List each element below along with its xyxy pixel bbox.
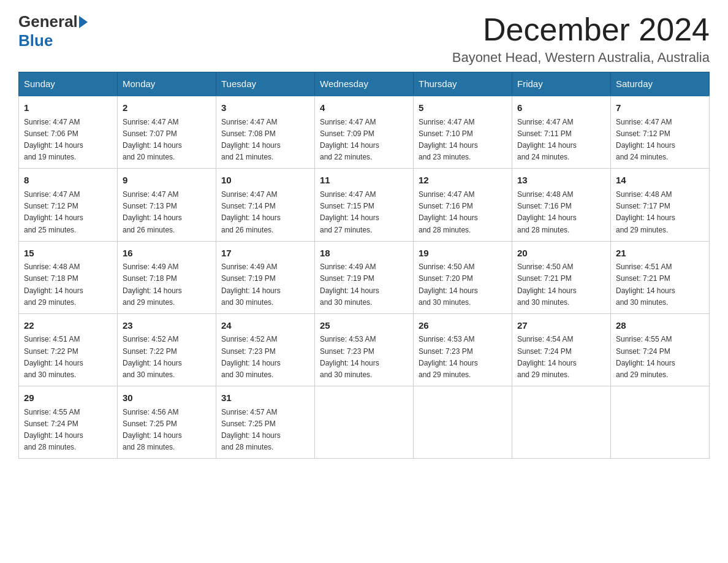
calendar-cell: 13Sunrise: 4:48 AMSunset: 7:16 PMDayligh… <box>512 169 611 241</box>
day-number: 11 <box>320 174 408 188</box>
day-number: 27 <box>517 319 605 333</box>
month-title: December 2024 <box>452 12 710 47</box>
day-number: 7 <box>616 101 704 115</box>
column-header-saturday: Saturday <box>611 72 710 96</box>
calendar-cell <box>611 386 710 459</box>
day-info: Sunrise: 4:52 AMSunset: 7:22 PMDaylight:… <box>123 334 211 381</box>
calendar-cell: 24Sunrise: 4:52 AMSunset: 7:23 PMDayligh… <box>216 313 315 386</box>
calendar-cell: 19Sunrise: 4:50 AMSunset: 7:20 PMDayligh… <box>414 241 512 313</box>
day-number: 26 <box>419 319 507 333</box>
day-info: Sunrise: 4:57 AMSunset: 7:25 PMDaylight:… <box>221 407 309 454</box>
day-number: 13 <box>517 174 605 188</box>
calendar-cell: 28Sunrise: 4:55 AMSunset: 7:24 PMDayligh… <box>611 313 710 386</box>
day-info: Sunrise: 4:47 AMSunset: 7:15 PMDaylight:… <box>320 189 408 236</box>
location-title: Bayonet Head, Western Australia, Austral… <box>452 50 710 66</box>
day-info: Sunrise: 4:47 AMSunset: 7:14 PMDaylight:… <box>221 189 309 236</box>
day-info: Sunrise: 4:47 AMSunset: 7:10 PMDaylight:… <box>419 117 507 164</box>
calendar-cell: 10Sunrise: 4:47 AMSunset: 7:14 PMDayligh… <box>216 169 315 241</box>
calendar-cell: 11Sunrise: 4:47 AMSunset: 7:15 PMDayligh… <box>315 169 414 241</box>
day-number: 8 <box>24 174 112 188</box>
day-info: Sunrise: 4:50 AMSunset: 7:21 PMDaylight:… <box>517 261 605 308</box>
day-info: Sunrise: 4:56 AMSunset: 7:25 PMDaylight:… <box>123 407 211 454</box>
day-number: 22 <box>24 319 112 333</box>
logo-arrow-icon <box>79 16 88 28</box>
calendar-cell: 6Sunrise: 4:47 AMSunset: 7:11 PMDaylight… <box>512 96 611 169</box>
day-number: 6 <box>517 101 605 115</box>
day-number: 5 <box>419 101 507 115</box>
day-number: 17 <box>221 247 309 261</box>
day-number: 3 <box>221 101 309 115</box>
calendar-cell <box>414 386 512 459</box>
day-number: 24 <box>221 319 309 333</box>
day-info: Sunrise: 4:48 AMSunset: 7:16 PMDaylight:… <box>517 189 605 236</box>
calendar-cell: 3Sunrise: 4:47 AMSunset: 7:08 PMDaylight… <box>216 96 315 169</box>
day-info: Sunrise: 4:47 AMSunset: 7:08 PMDaylight:… <box>221 117 309 164</box>
day-info: Sunrise: 4:47 AMSunset: 7:16 PMDaylight:… <box>419 189 507 236</box>
calendar-cell: 20Sunrise: 4:50 AMSunset: 7:21 PMDayligh… <box>512 241 611 313</box>
logo: General Blue <box>18 12 89 50</box>
day-number: 25 <box>320 319 408 333</box>
calendar-cell: 16Sunrise: 4:49 AMSunset: 7:18 PMDayligh… <box>118 241 216 313</box>
day-number: 2 <box>123 101 211 115</box>
day-info: Sunrise: 4:53 AMSunset: 7:23 PMDaylight:… <box>320 334 408 381</box>
day-number: 21 <box>616 247 704 261</box>
calendar-cell <box>512 386 611 459</box>
calendar-cell: 22Sunrise: 4:51 AMSunset: 7:22 PMDayligh… <box>19 313 118 386</box>
day-number: 20 <box>517 247 605 261</box>
calendar-cell: 1Sunrise: 4:47 AMSunset: 7:06 PMDaylight… <box>19 96 118 169</box>
column-header-tuesday: Tuesday <box>216 72 315 96</box>
title-section: December 2024 Bayonet Head, Western Aust… <box>452 12 710 66</box>
calendar-week-row: 1Sunrise: 4:47 AMSunset: 7:06 PMDaylight… <box>19 96 710 169</box>
day-info: Sunrise: 4:52 AMSunset: 7:23 PMDaylight:… <box>221 334 309 381</box>
calendar-cell: 17Sunrise: 4:49 AMSunset: 7:19 PMDayligh… <box>216 241 315 313</box>
calendar-cell: 18Sunrise: 4:49 AMSunset: 7:19 PMDayligh… <box>315 241 414 313</box>
calendar-cell: 21Sunrise: 4:51 AMSunset: 7:21 PMDayligh… <box>611 241 710 313</box>
day-info: Sunrise: 4:47 AMSunset: 7:13 PMDaylight:… <box>123 189 211 236</box>
calendar-week-row: 15Sunrise: 4:48 AMSunset: 7:18 PMDayligh… <box>19 241 710 313</box>
calendar-cell: 25Sunrise: 4:53 AMSunset: 7:23 PMDayligh… <box>315 313 414 386</box>
calendar-table: SundayMondayTuesdayWednesdayThursdayFrid… <box>18 72 710 459</box>
calendar-week-row: 29Sunrise: 4:55 AMSunset: 7:24 PMDayligh… <box>19 386 710 459</box>
day-info: Sunrise: 4:49 AMSunset: 7:19 PMDaylight:… <box>320 261 408 308</box>
day-info: Sunrise: 4:55 AMSunset: 7:24 PMDaylight:… <box>616 334 704 381</box>
column-header-wednesday: Wednesday <box>315 72 414 96</box>
day-info: Sunrise: 4:51 AMSunset: 7:21 PMDaylight:… <box>616 261 704 308</box>
day-info: Sunrise: 4:49 AMSunset: 7:18 PMDaylight:… <box>123 261 211 308</box>
column-header-thursday: Thursday <box>414 72 512 96</box>
logo-blue-text: Blue <box>18 31 53 50</box>
page-header: General Blue December 2024 Bayonet Head,… <box>18 12 710 66</box>
day-info: Sunrise: 4:47 AMSunset: 7:09 PMDaylight:… <box>320 117 408 164</box>
day-info: Sunrise: 4:47 AMSunset: 7:11 PMDaylight:… <box>517 117 605 164</box>
calendar-cell: 4Sunrise: 4:47 AMSunset: 7:09 PMDaylight… <box>315 96 414 169</box>
day-info: Sunrise: 4:47 AMSunset: 7:06 PMDaylight:… <box>24 117 112 164</box>
calendar-cell: 7Sunrise: 4:47 AMSunset: 7:12 PMDaylight… <box>611 96 710 169</box>
day-number: 30 <box>123 391 211 405</box>
calendar-week-row: 8Sunrise: 4:47 AMSunset: 7:12 PMDaylight… <box>19 169 710 241</box>
calendar-cell: 2Sunrise: 4:47 AMSunset: 7:07 PMDaylight… <box>118 96 216 169</box>
day-number: 16 <box>123 247 211 261</box>
day-number: 29 <box>24 391 112 405</box>
calendar-cell: 15Sunrise: 4:48 AMSunset: 7:18 PMDayligh… <box>19 241 118 313</box>
day-info: Sunrise: 4:47 AMSunset: 7:07 PMDaylight:… <box>123 117 211 164</box>
day-info: Sunrise: 4:47 AMSunset: 7:12 PMDaylight:… <box>616 117 704 164</box>
logo-general-text: General <box>18 12 78 31</box>
day-info: Sunrise: 4:53 AMSunset: 7:23 PMDaylight:… <box>419 334 507 381</box>
day-info: Sunrise: 4:48 AMSunset: 7:17 PMDaylight:… <box>616 189 704 236</box>
day-info: Sunrise: 4:47 AMSunset: 7:12 PMDaylight:… <box>24 189 112 236</box>
day-number: 28 <box>616 319 704 333</box>
calendar-cell: 14Sunrise: 4:48 AMSunset: 7:17 PMDayligh… <box>611 169 710 241</box>
day-number: 4 <box>320 101 408 115</box>
day-number: 18 <box>320 247 408 261</box>
day-info: Sunrise: 4:49 AMSunset: 7:19 PMDaylight:… <box>221 261 309 308</box>
calendar-cell: 9Sunrise: 4:47 AMSunset: 7:13 PMDaylight… <box>118 169 216 241</box>
calendar-cell: 29Sunrise: 4:55 AMSunset: 7:24 PMDayligh… <box>19 386 118 459</box>
calendar-cell: 8Sunrise: 4:47 AMSunset: 7:12 PMDaylight… <box>19 169 118 241</box>
calendar-cell: 31Sunrise: 4:57 AMSunset: 7:25 PMDayligh… <box>216 386 315 459</box>
calendar-cell <box>315 386 414 459</box>
calendar-week-row: 22Sunrise: 4:51 AMSunset: 7:22 PMDayligh… <box>19 313 710 386</box>
day-info: Sunrise: 4:50 AMSunset: 7:20 PMDaylight:… <box>419 261 507 308</box>
day-info: Sunrise: 4:51 AMSunset: 7:22 PMDaylight:… <box>24 334 112 381</box>
day-number: 23 <box>123 319 211 333</box>
day-number: 31 <box>221 391 309 405</box>
day-info: Sunrise: 4:55 AMSunset: 7:24 PMDaylight:… <box>24 407 112 454</box>
